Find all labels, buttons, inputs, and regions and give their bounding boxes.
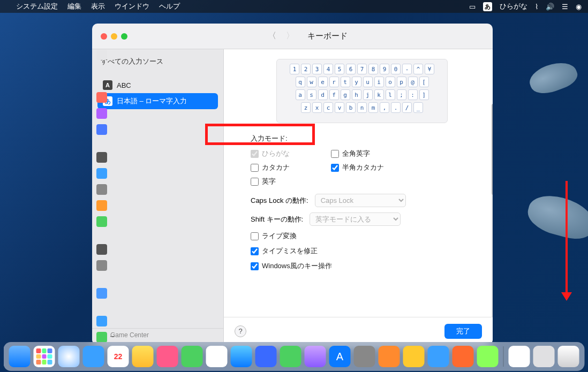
keyboard-key: p — [397, 77, 406, 87]
dock-finder-icon[interactable] — [9, 346, 31, 367]
wifi-icon[interactable]: ⌇ — [535, 3, 538, 11]
scrollbar-thumb[interactable] — [492, 104, 493, 195]
sidebar-icon[interactable] — [96, 244, 107, 255]
maximize-icon[interactable] — [121, 33, 127, 40]
keyboard-key: ; — [397, 89, 406, 100]
menu-window[interactable]: ウインドウ — [115, 2, 149, 11]
checkbox[interactable] — [251, 262, 259, 270]
sidebar-icon[interactable] — [96, 124, 107, 135]
checkbox[interactable] — [251, 247, 259, 255]
capslock-select[interactable]: Caps Lock — [315, 194, 406, 207]
checkbox[interactable] — [331, 164, 339, 172]
ime-badge-icon[interactable]: あ — [483, 2, 492, 11]
dock-stack-icon[interactable] — [509, 346, 530, 367]
keyboard-key: r — [329, 77, 339, 87]
dock-app-icon[interactable] — [379, 346, 400, 367]
keyboard-key: [ — [419, 77, 429, 87]
mode-checkbox-1[interactable]: 全角英字 — [331, 149, 417, 158]
dock-settings-icon[interactable] — [354, 346, 375, 367]
keyboard-key: i — [374, 77, 384, 87]
keyboard-key: w — [307, 77, 316, 87]
sidebar-icon[interactable] — [96, 260, 107, 271]
dock-app-icon[interactable] — [255, 346, 277, 367]
checkbox[interactable] — [331, 150, 339, 158]
dock-calendar-icon[interactable]: 22 — [108, 346, 129, 367]
dock-messages-icon[interactable] — [280, 346, 301, 367]
dock-music-icon[interactable] — [157, 346, 178, 367]
control-center-icon[interactable]: ☰ — [562, 3, 568, 11]
dock-app-icon[interactable] — [428, 346, 449, 367]
keyboard-key: t — [341, 77, 350, 87]
keyboard-key: z — [301, 102, 311, 113]
menu-edit[interactable]: 編集 — [67, 2, 81, 11]
help-button[interactable]: ? — [235, 325, 246, 337]
sidebar-icon[interactable] — [96, 316, 107, 327]
dock-facetime-icon[interactable] — [182, 346, 203, 367]
sidebar-icon[interactable] — [96, 152, 107, 163]
keyboard-key: 0 — [391, 64, 401, 74]
shift-label: Shift キーの動作: — [251, 215, 303, 224]
source-item-abc[interactable]: A ABC — [97, 77, 218, 93]
keyboard-key: ^ — [413, 64, 423, 74]
keyboard-key: 3 — [312, 64, 322, 74]
keyboard-key: ] — [419, 89, 429, 100]
keyboard-key: g — [341, 89, 350, 100]
sidebar-gamecenter-icon[interactable] — [96, 332, 107, 343]
sidebar-icon[interactable] — [96, 92, 107, 103]
nav-forward-icon[interactable]: 〉 — [286, 31, 295, 42]
checkbox[interactable] — [251, 178, 259, 186]
wallpaper-dolphin — [526, 57, 581, 98]
sidebar-icon[interactable] — [96, 184, 107, 195]
close-icon[interactable] — [101, 33, 107, 40]
dock-reminders-icon[interactable] — [206, 346, 228, 367]
source-label: 日本語 – ローマ字入力 — [117, 96, 187, 106]
checkbox[interactable] — [251, 232, 259, 240]
minimize-icon[interactable] — [111, 33, 117, 40]
dock-app-icon[interactable] — [453, 346, 474, 367]
search-icon[interactable] — [96, 49, 107, 60]
dock-separator — [503, 346, 504, 367]
dock-safari-icon[interactable] — [58, 346, 80, 367]
keyboard-key: n — [357, 102, 367, 113]
sidebar-icon[interactable] — [96, 168, 107, 179]
siri-icon[interactable]: ◉ — [576, 3, 582, 11]
dock-mail-icon[interactable] — [83, 346, 104, 367]
keyboard-key: 7 — [357, 64, 367, 74]
shift-select[interactable]: 英字モードに入る — [310, 212, 401, 226]
dock-appstore-icon[interactable]: A — [329, 346, 351, 367]
menu-help[interactable]: ヘルプ — [159, 2, 180, 11]
dock-trash-icon[interactable] — [558, 346, 579, 367]
keyboard-key: 9 — [380, 64, 389, 74]
checkbox — [251, 150, 259, 158]
option-checkbox-1[interactable]: タイプミスを修正 — [251, 246, 473, 256]
keyboard-key: 2 — [301, 64, 311, 74]
dock-app-icon[interactable] — [231, 346, 252, 367]
nav-back-icon[interactable]: 〈 — [268, 31, 276, 42]
sidebar-icon[interactable] — [96, 288, 107, 299]
checkbox[interactable] — [251, 164, 259, 172]
sidebar-icon[interactable] — [96, 108, 107, 119]
dock-app-icon[interactable] — [477, 346, 499, 367]
mode-label: ひらがな — [262, 149, 290, 158]
ime-label[interactable]: ひらがな — [500, 2, 527, 11]
source-item-japanese-romaji[interactable]: あ 日本語 – ローマ字入力 — [97, 93, 218, 109]
mode-checkbox-4[interactable]: 英字 — [251, 177, 320, 186]
done-button[interactable]: 完了 — [444, 324, 482, 339]
dock-podcasts-icon[interactable] — [305, 346, 326, 367]
dock-notes-icon[interactable] — [132, 346, 154, 367]
option-checkbox-2[interactable]: Windows風のキー操作 — [251, 261, 473, 271]
keyboard-key: m — [368, 102, 378, 113]
mode-checkbox-3[interactable]: 半角カタカナ — [331, 163, 417, 172]
battery-icon[interactable]: ▭ — [469, 3, 476, 11]
keyboard-key: 8 — [368, 64, 378, 74]
sidebar-icon[interactable] — [96, 200, 107, 211]
option-checkbox-0[interactable]: ライブ変換 — [251, 231, 473, 241]
volume-icon[interactable]: 🔊 — [546, 3, 554, 11]
app-name[interactable]: システム設定 — [16, 2, 58, 11]
input-mode-label: 入力モード: — [251, 134, 473, 143]
dock-downloads-icon[interactable] — [533, 346, 555, 367]
dock-app-icon[interactable] — [403, 346, 425, 367]
mode-checkbox-2[interactable]: カタカナ — [251, 163, 320, 172]
sidebar-icon[interactable] — [96, 216, 107, 227]
menu-view[interactable]: 表示 — [91, 2, 105, 11]
